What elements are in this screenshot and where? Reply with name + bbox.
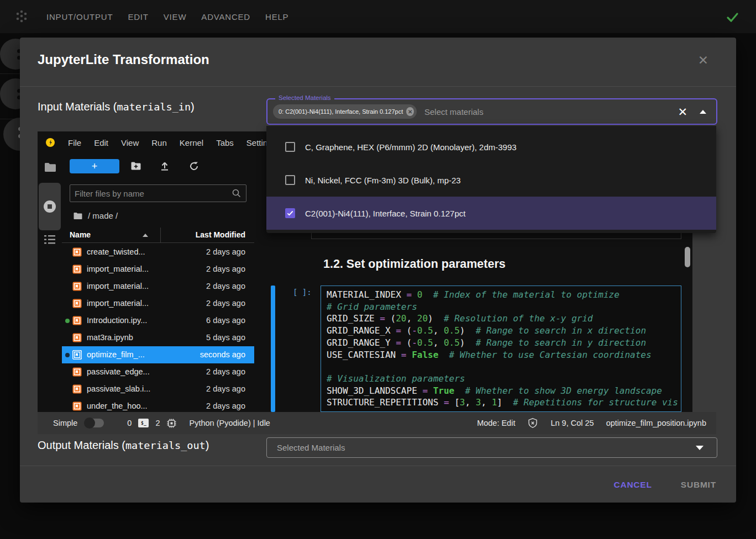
file-status-dot xyxy=(65,353,70,357)
jupyterlite-transformation-dialog: JupyterLite Transformation ✕ Input Mater… xyxy=(20,38,736,503)
sort-ascending-icon[interactable] xyxy=(143,234,148,237)
breadcrumb-path: / made / xyxy=(88,211,118,220)
file-row[interactable]: passivate_slab.i...2 days ago xyxy=(62,381,254,398)
code-cell-editor[interactable]: MATERIAL_INDEX = 0 # Index of the materi… xyxy=(321,286,681,412)
kernel-status[interactable]: Python (Pyodide) | Idle xyxy=(189,419,270,427)
terminals-count: 0 xyxy=(127,419,132,427)
file-row[interactable]: Introduction.ipy...6 days ago xyxy=(62,312,254,329)
notebook-file-icon xyxy=(72,265,82,274)
file-browser-icon[interactable] xyxy=(44,162,56,175)
code-line xyxy=(327,361,675,373)
cancel-button[interactable]: CANCEL xyxy=(613,480,652,490)
material-option-label: Ni, Nickel, FCC (Fm-3m) 3D (Bulk), mp-23 xyxy=(305,176,461,185)
material-option[interactable]: Ni, Nickel, FCC (Fm-3m) 3D (Bulk), mp-23 xyxy=(266,163,716,197)
new-folder-icon[interactable] xyxy=(130,161,141,174)
simple-mode-toggle[interactable] xyxy=(85,419,104,427)
file-row[interactable]: under_the_hoo...2 days ago xyxy=(62,398,254,412)
jupyter-menu-tabs[interactable]: Tabs xyxy=(216,138,234,147)
jupyter-menu-edit[interactable]: Edit xyxy=(94,138,108,147)
jupyter-menu-run[interactable]: Run xyxy=(151,138,167,147)
file-name: import_material... xyxy=(87,299,149,308)
column-name[interactable]: Name xyxy=(70,230,91,239)
top-menu-view[interactable]: VIEW xyxy=(164,12,187,22)
top-menu-advanced[interactable]: ADVANCED xyxy=(201,12,250,22)
notebook-file-icon xyxy=(72,299,82,308)
jupyter-menu-kernel[interactable]: Kernel xyxy=(180,138,203,147)
submit-button[interactable]: SUBMIT xyxy=(681,480,716,490)
app-logo-icon[interactable] xyxy=(13,8,30,27)
jupyter-statusbar: Simple 0 $_ 2 Python (Pyodide) | Idle Mo… xyxy=(38,412,716,434)
file-row[interactable]: mat3ra.ipynb5 days ago xyxy=(62,329,254,346)
jupyter-menu-file[interactable]: File xyxy=(68,138,81,147)
divider xyxy=(0,73,20,74)
breadcrumb[interactable]: / made / xyxy=(74,211,118,220)
input-materials-label: Input Materials (materials_in) xyxy=(38,101,195,113)
notebook-file-icon xyxy=(72,401,82,411)
dialog-close-icon[interactable]: ✕ xyxy=(698,54,708,67)
jupyter-menu-view[interactable]: View xyxy=(121,138,139,147)
running-kernels-icon[interactable] xyxy=(43,199,57,216)
code-line: # Grid parameters xyxy=(327,301,675,313)
select-materials-placeholder: Select materials xyxy=(424,107,678,117)
code-line: # Visualization parameters xyxy=(327,373,675,385)
table-of-contents-icon[interactable] xyxy=(44,234,56,247)
file-row[interactable]: create_twisted...2 days ago xyxy=(62,244,254,261)
kernel-running-dot xyxy=(65,319,70,323)
file-row[interactable]: passivate_edge...2 days ago xyxy=(62,363,254,381)
new-launcher-button[interactable]: + xyxy=(70,159,119,173)
file-row[interactable]: import_material...2 days ago xyxy=(62,261,254,278)
output-materials-select[interactable]: Selected Materials xyxy=(266,437,717,458)
clear-selection-icon[interactable]: ✕ xyxy=(678,106,687,118)
material-checkbox[interactable] xyxy=(285,175,295,185)
code-line: GRID_SIZE = (20, 20) # Resolution of the… xyxy=(327,313,675,325)
code-line: GRID_RANGE_Y = (-0.5, 0.5) # Range to se… xyxy=(327,337,675,349)
selected-materials-field[interactable]: Selected Materials 0: C2(001)-Ni4(111), … xyxy=(266,98,717,125)
chip-remove-icon[interactable]: ✕ xyxy=(406,107,414,116)
file-name: import_material... xyxy=(87,265,149,273)
material-option[interactable]: C, Graphene, HEX (P6/mmm) 2D (Monolayer)… xyxy=(266,130,716,163)
file-name: passivate_slab.i... xyxy=(87,384,150,393)
file-name: under_the_hoo... xyxy=(87,401,148,410)
file-modified: 2 days ago xyxy=(206,384,245,393)
output-materials-label: Output Materials (materials_out) xyxy=(38,439,209,452)
upload-icon[interactable] xyxy=(159,161,170,174)
material-option[interactable]: C2(001)-Ni4(111), Interface, Strain 0.12… xyxy=(266,197,716,230)
file-modified: 6 days ago xyxy=(206,316,245,325)
folder-icon xyxy=(74,212,82,220)
notebook-file-icon xyxy=(72,384,82,394)
material-checkbox[interactable] xyxy=(285,142,295,152)
material-checkbox[interactable] xyxy=(285,208,295,218)
dialog-title: JupyterLite Transformation xyxy=(38,52,209,67)
cell-prompt: [ ]: xyxy=(293,288,312,297)
file-modified: 2 days ago xyxy=(206,247,245,256)
top-menu-edit[interactable]: EDIT xyxy=(128,12,148,22)
dialog-actions: CANCEL SUBMIT xyxy=(20,473,736,497)
selected-materials-field-label: Selected Materials xyxy=(275,94,334,101)
file-name: optimize_film_... xyxy=(87,350,145,359)
terminal-icon[interactable]: $_ xyxy=(138,419,149,427)
collapse-dropdown-icon[interactable] xyxy=(700,110,706,114)
refresh-icon[interactable] xyxy=(188,161,200,174)
divider xyxy=(20,466,736,466)
material-chip[interactable]: 0: C2(001)-Ni4(111), Interface, Strain 0… xyxy=(273,104,417,119)
top-menu-input-output[interactable]: INPUT/OUTPUT xyxy=(46,12,113,22)
code-line: USE_CARTESIAN = False # Whether to use C… xyxy=(327,349,675,361)
file-row[interactable]: optimize_film_...seconds ago xyxy=(62,346,254,363)
trust-shield-icon[interactable] xyxy=(527,418,538,429)
column-last-modified[interactable]: Last Modified xyxy=(196,230,245,239)
notebook-file-icon xyxy=(72,333,82,342)
kernel-chip-icon[interactable] xyxy=(166,418,177,429)
filter-files-input[interactable] xyxy=(75,189,232,198)
success-check-icon[interactable] xyxy=(724,9,741,28)
file-row[interactable]: import_material...2 days ago xyxy=(62,295,254,312)
material-chip-label: 0: C2(001)-Ni4(111), Interface, Strain 0… xyxy=(279,108,403,115)
materials-dropdown-menu: C, Graphene, HEX (P6/mmm) 2D (Monolayer)… xyxy=(266,126,716,233)
mode-indicator[interactable]: Mode: Edit xyxy=(477,419,515,427)
top-menu: INPUT/OUTPUTEDITVIEWADVANCEDHELP xyxy=(46,0,288,33)
top-menu-help[interactable]: HELP xyxy=(265,12,288,22)
code-line: SHOW_3D_LANDSCAPE = True # Whether to sh… xyxy=(327,385,675,397)
active-cell-indicator[interactable] xyxy=(271,286,275,412)
cursor-position[interactable]: Ln 9, Col 25 xyxy=(550,419,594,427)
file-row[interactable]: import_material...2 days ago xyxy=(62,278,254,295)
notebook-scrollbar-thumb[interactable] xyxy=(685,247,690,267)
